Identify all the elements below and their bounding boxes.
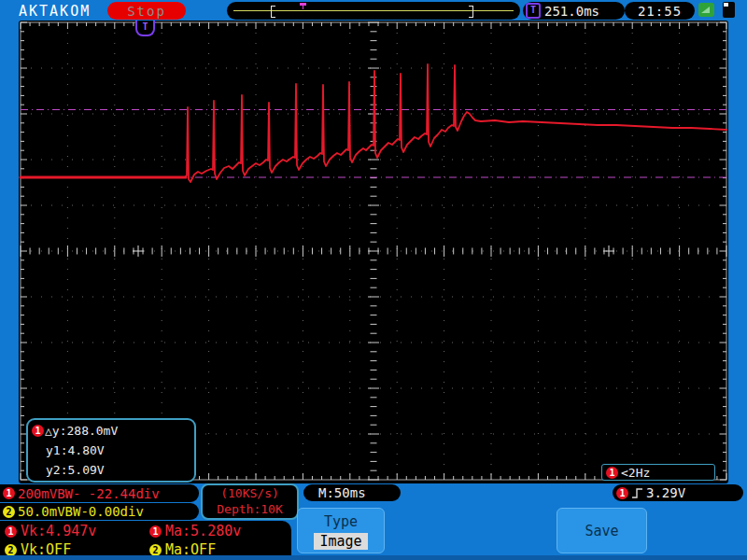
channel2-badge: 2: [149, 544, 162, 556]
usb-storage-icon: [698, 3, 714, 17]
trigger-t-icon: T: [526, 3, 541, 19]
save-type-button[interactable]: Type Image: [297, 508, 385, 553]
memory-depth: Depth:10K: [203, 501, 297, 517]
bottom-edge-strip: [0, 555, 747, 560]
channel1-badge: 1: [32, 425, 44, 437]
brand-logo: AKTAKOM: [19, 3, 91, 20]
trigger-offset-readout: T 251.0ms: [523, 2, 625, 20]
run-state-indicator: Stop: [107, 2, 186, 20]
frequency-counter: 1 <2Hz: [601, 464, 715, 481]
oscilloscope-screen: AKTAKOM Stop T 251.0ms 21:55 T 1 △y:288.…: [0, 0, 747, 560]
channel1-settings: 1 200mVBW- -22.44div: [0, 484, 199, 502]
clock-readout: 21:55: [625, 2, 695, 20]
rising-edge-icon: [631, 486, 643, 500]
overview-window-right-bracket: [469, 6, 473, 18]
cursor-y2: y2:5.09V: [32, 460, 194, 480]
channel2-badge: 2: [3, 506, 15, 518]
trigger-position-marker-icon: T: [135, 21, 155, 36]
cursor-y1: y1:4.80V: [32, 441, 194, 460]
trigger-offset-value: 251.0ms: [544, 4, 599, 19]
sample-rate: (10KS/s): [203, 485, 297, 501]
measure-ma-ch1: Ma:5.280v: [165, 523, 241, 539]
measurements-panel: 1 Vk:4.947v 1 Ma:5.280v 2 Vk:OFF 2 Ma:OF…: [0, 521, 291, 560]
frequency-value: <2Hz: [621, 466, 650, 480]
save-type-label: Type: [298, 513, 384, 530]
trigger-level-readout: 1 3.29V: [613, 484, 743, 501]
timebase-readout: M:50ms: [303, 484, 401, 501]
channel1-badge: 1: [616, 487, 628, 499]
graticule-and-trace: [19, 21, 728, 483]
channel2-settings: 2 50.0mVBW-0.00div: [0, 503, 199, 520]
overview-window-left-bracket: [271, 6, 275, 18]
sampling-info: (10KS/s) Depth:10K: [201, 483, 299, 520]
channel1-badge: 1: [3, 487, 15, 499]
channel2-badge: 2: [5, 544, 17, 556]
trigger-level-value: 3.29V: [646, 485, 685, 500]
channel1-badge: 1: [149, 525, 162, 538]
channel1-badge: 1: [606, 467, 618, 479]
measure-vk-ch1: Vk:4.947v: [21, 523, 96, 539]
save-button[interactable]: Save: [557, 508, 647, 553]
cursor-measurement-panel: 1 △y:288.0mV y1:4.80V y2:5.09V: [26, 418, 196, 483]
save-type-value: Image: [314, 533, 367, 550]
battery-icon: [723, 2, 735, 18]
channel1-scale-text: 200mVBW- -22.44div: [18, 486, 160, 501]
channel2-scale-text: 50.0mVBW-0.00div: [18, 504, 144, 519]
overview-trigger-marker: [300, 3, 306, 6]
display-area: T 1 △y:288.0mV y1:4.80V y2:5.09V 1 <2Hz: [19, 21, 728, 483]
channel1-badge: 1: [5, 525, 17, 538]
waveform-overview-bar: [227, 2, 520, 20]
cursor-delta-y: △y:288.0mV: [45, 421, 118, 441]
